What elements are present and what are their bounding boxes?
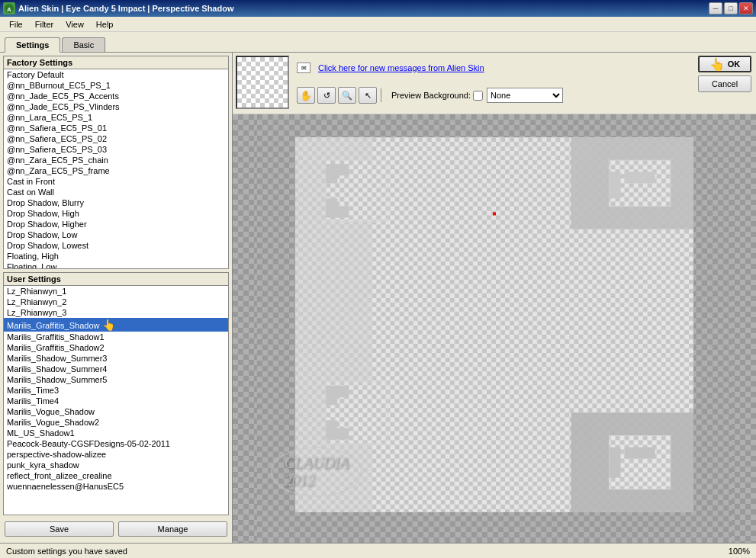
tab-settings[interactable]: Settings (5, 37, 60, 53)
menu-filter[interactable]: Filter (29, 18, 60, 30)
user-settings-item[interactable]: Marilis_Graffitis_Shadow2 (4, 342, 228, 353)
preview-bg-label: Preview Background: (391, 91, 471, 100)
factory-settings-item[interactable]: Cast in Front (4, 176, 228, 187)
user-settings-item[interactable]: Marilis_Vogue_Shadow (4, 406, 228, 417)
hand-tool-btn[interactable]: ✋ (297, 87, 315, 104)
statusbar: Custom settings you have saved 100% (0, 543, 756, 558)
tab-basic[interactable]: Basic (62, 37, 105, 52)
user-settings-item[interactable]: wuennaenelessen@HanusEC5 (4, 481, 228, 492)
rotate-tool-btn[interactable]: ↺ (317, 87, 336, 104)
ok-cancel-area: 👆 OK Cancel (693, 53, 756, 114)
user-settings-item[interactable]: Marilis_Time3 (4, 385, 228, 396)
selected-indicator-icon: 👆 (102, 319, 115, 331)
manage-button[interactable]: Manage (118, 521, 227, 537)
factory-settings-item[interactable]: Drop Shadow, Blurry (4, 197, 228, 208)
user-settings-item[interactable]: perspective-shadow-alizee (4, 449, 228, 460)
app-icon: A (3, 2, 15, 14)
user-settings-item[interactable]: Marilis_Graffitis_Shadow1 (4, 332, 228, 342)
preview-bg-select[interactable]: None Black White Custom (487, 88, 563, 103)
right-panel: ✉ Click here for new messages from Alien… (233, 53, 756, 543)
user-settings-item[interactable]: Marilis_Graffitis_Shadow👆 (4, 318, 228, 332)
preview-svg (233, 114, 756, 543)
arrow-tool-btn[interactable]: ↖ (359, 87, 377, 104)
factory-settings-item[interactable]: Drop Shadow, Low (4, 229, 228, 240)
hand-icon: ✋ (300, 90, 312, 101)
zoom-tool-btn[interactable]: 🔍 (338, 87, 356, 104)
user-settings-item[interactable]: Marilis_Vogue_Shadow2 (4, 417, 228, 428)
user-settings-list[interactable]: Lz_Rhianwyn_1Lz_Rhianwyn_2Lz_Rhianwyn_3M… (4, 286, 228, 515)
titlebar: A Alien Skin | Eye Candy 5 Impact | Pers… (0, 0, 756, 17)
tab-bar: Settings Basic (0, 32, 756, 52)
email-icon: ✉ (297, 63, 310, 73)
maximize-button[interactable]: □ (724, 2, 738, 14)
user-settings-item[interactable]: Marilis_Time4 (4, 396, 228, 406)
factory-settings-item[interactable]: @nn_Safiera_EC5_PS_01 (4, 123, 228, 133)
minimize-button[interactable]: ─ (709, 2, 722, 14)
user-settings-box: User Settings Lz_Rhianwyn_1Lz_Rhianwyn_2… (3, 272, 229, 515)
toolbar-separator (381, 88, 381, 102)
svg-rect-32 (295, 137, 693, 512)
factory-settings-item[interactable]: @nn_Jade_EC5_PS_Vlinders (4, 101, 228, 112)
factory-settings-item[interactable]: @nn_BBurnout_EC5_PS_1 (4, 80, 228, 91)
factory-settings-item[interactable]: @nn_Zara_EC5_PS_chain (4, 155, 228, 165)
user-settings-item[interactable]: ML_US_Shadow1 (4, 428, 228, 438)
factory-settings-item[interactable]: @nn_Safiera_EC5_PS_03 (4, 144, 228, 155)
user-settings-label: User Settings (4, 273, 228, 286)
user-settings-item[interactable]: Marilis_Shadow_Summer4 (4, 364, 228, 374)
status-text: Custom settings you have saved (6, 547, 127, 556)
user-settings-item[interactable]: Lz_Rhianwyn_2 (4, 297, 228, 307)
factory-settings-item[interactable]: Drop Shadow, Lowest (4, 240, 228, 251)
factory-settings-item[interactable]: Drop Shadow, Higher (4, 219, 228, 229)
left-panel: Factory Settings Factory Default@nn_BBur… (0, 53, 233, 543)
window-title: Alien Skin | Eye Candy 5 Impact | Perspe… (18, 4, 709, 13)
main-container: Settings Basic Factory Settings Factory … (0, 32, 756, 558)
factory-settings-item[interactable]: @nn_Jade_EC5_PS_Accents (4, 91, 228, 101)
preview-thumbnail (236, 56, 289, 109)
user-settings-item[interactable]: punk_kyra_shadow (4, 460, 228, 470)
alien-skin-link[interactable]: Click here for new messages from Alien S… (318, 63, 690, 72)
menubar: File Filter View Help (0, 17, 756, 32)
factory-settings-item[interactable]: Drop Shadow, High (4, 208, 228, 219)
preview-bg-checkbox[interactable] (473, 91, 483, 101)
factory-settings-item[interactable]: Floating, Low (4, 261, 228, 268)
factory-settings-box: Factory Settings Factory Default@nn_BBur… (3, 56, 229, 269)
svg-text:A: A (7, 6, 11, 13)
zoom-icon: 🔍 (342, 91, 352, 101)
factory-settings-item[interactable]: @nn_Safiera_EC5_PS_02 (4, 133, 228, 144)
content-area: Factory Settings Factory Default@nn_BBur… (0, 52, 756, 543)
save-button[interactable]: Save (5, 521, 114, 537)
ok-button[interactable]: 👆 OK (698, 56, 751, 72)
user-settings-item[interactable]: Lz_Rhianwyn_1 (4, 286, 228, 297)
window-controls: ─ □ ✕ (709, 2, 753, 14)
user-settings-item[interactable]: Marilis_Shadow_Summer5 (4, 374, 228, 385)
factory-settings-item[interactable]: Floating, High (4, 251, 228, 261)
menu-file[interactable]: File (3, 18, 29, 30)
menu-help[interactable]: Help (90, 18, 120, 30)
user-settings-item[interactable]: Lz_Rhianwyn_3 (4, 307, 228, 318)
factory-settings-item[interactable]: Factory Default (4, 69, 228, 80)
menu-view[interactable]: View (60, 18, 90, 30)
cancel-button[interactable]: Cancel (698, 75, 751, 92)
hand-cursor-icon: 👆 (709, 57, 725, 72)
user-settings-item[interactable]: reflect_front_alizee_crealine (4, 470, 228, 481)
factory-settings-item[interactable]: @nn_Lara_EC5_PS_1 (4, 112, 228, 123)
arrow-icon: ↖ (365, 91, 372, 101)
factory-settings-label: Factory Settings (4, 56, 228, 69)
rotate-icon: ↺ (323, 91, 330, 101)
action-buttons: Save Manage (3, 518, 229, 540)
factory-settings-list[interactable]: Factory Default@nn_BBurnout_EC5_PS_1@nn_… (4, 69, 228, 268)
canvas-area: CLAUDIA2012 (233, 114, 756, 543)
zoom-level: 100% (729, 547, 750, 556)
factory-settings-item[interactable]: @nn_Zara_EC5_PS_frame (4, 165, 228, 176)
factory-settings-item[interactable]: Cast on Wall (4, 187, 228, 197)
svg-rect-33 (493, 212, 496, 215)
user-settings-item[interactable]: Marilis_Shadow_Summer3 (4, 353, 228, 364)
close-button[interactable]: ✕ (739, 2, 753, 14)
user-settings-item[interactable]: Peacock-Beauty-CGSFDesigns-05-02-2011 (4, 438, 228, 449)
